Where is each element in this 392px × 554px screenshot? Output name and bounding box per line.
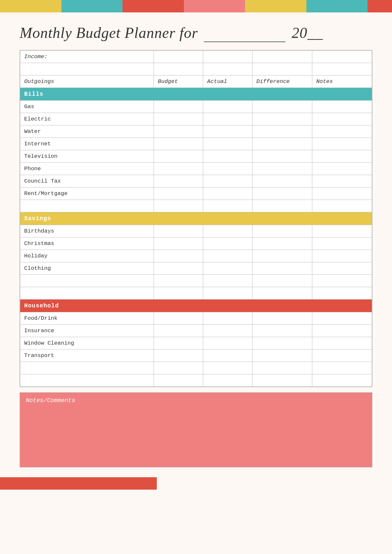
bills-gas-diff — [252, 101, 312, 113]
title-text: Monthly Budget Planner for — [20, 24, 198, 41]
income-row: Income: — [20, 51, 372, 63]
bills-gas-actual — [203, 101, 253, 113]
top-bar-red-small — [368, 0, 392, 12]
empty-row-2 — [20, 200, 372, 212]
savings-clothing-label: Clothing — [20, 262, 154, 275]
savings-clothing-row: Clothing — [20, 262, 372, 275]
income-diff — [252, 51, 312, 63]
income-notes — [312, 51, 372, 63]
top-bar-teal-1 — [61, 0, 123, 12]
title-area: Monthly Budget Planner for 20__ — [0, 12, 392, 50]
bot-bar-red-small — [0, 477, 157, 490]
savings-holiday-row: Holiday — [20, 250, 372, 262]
outgoings-col3: Difference — [252, 75, 312, 88]
bills-rent-mortgage-row: Rent/Mortgage — [20, 187, 372, 200]
bills-gas-budget — [154, 101, 203, 113]
savings-christmas-label: Christmas — [20, 237, 154, 250]
bills-phone-row: Phone — [20, 163, 372, 175]
bills-rent-mortgage-label: Rent/Mortgage — [20, 187, 154, 200]
bills-water-row: Water — [20, 125, 372, 138]
household-window-cleaning-row: Window Cleaning — [20, 337, 372, 350]
title-year: 20__ — [292, 24, 323, 41]
savings-holiday-label: Holiday — [20, 250, 154, 262]
income-label: Income: — [20, 51, 154, 63]
budget-table: Income: Outgoings Budget Actual Differen… — [20, 50, 372, 387]
bills-gas-row: Gas — [20, 101, 372, 113]
bills-header-label: Bills — [20, 88, 372, 101]
bills-internet-row: Internet — [20, 138, 372, 150]
title-name-line — [204, 24, 286, 42]
empty-row-4 — [20, 287, 372, 300]
bills-television-row: Television — [20, 150, 372, 163]
outgoings-col1: Budget — [154, 75, 203, 88]
bills-electric-label: Electric — [20, 113, 154, 125]
bills-television-label: Television — [20, 150, 154, 163]
household-window-cleaning-label: Window Cleaning — [20, 337, 154, 350]
outgoings-col4: Notes — [312, 75, 372, 88]
page: Monthly Budget Planner for 20__ Income: — [0, 0, 392, 554]
savings-birthdays-label: Birthdays — [20, 225, 154, 237]
bills-council-tax-label: Council Tax — [20, 175, 154, 187]
top-bar-teal-2 — [306, 0, 368, 12]
top-bar-red-1 — [122, 0, 184, 12]
empty-row-1 — [20, 63, 372, 75]
empty-row-5 — [20, 362, 372, 374]
household-header-row: Household — [20, 300, 372, 312]
household-food-drink-label: Food/Drink — [20, 312, 154, 325]
income-budget — [154, 51, 203, 63]
bills-council-tax-row: Council Tax — [20, 175, 372, 187]
income-actual — [203, 51, 253, 63]
outgoings-col0: Outgoings — [20, 75, 154, 88]
top-bar-pink-1 — [184, 0, 245, 12]
bills-internet-label: Internet — [20, 138, 154, 150]
household-transport-label: Transport — [20, 350, 154, 362]
household-insurance-label: Insurance — [20, 325, 154, 337]
bills-gas-notes — [312, 101, 372, 113]
savings-header-label: Savings — [20, 212, 372, 225]
savings-birthdays-row: Birthdays — [20, 225, 372, 237]
household-insurance-row: Insurance — [20, 325, 372, 337]
notes-label: Notes/Comments — [26, 397, 366, 404]
bills-electric-row: Electric — [20, 113, 372, 125]
bottom-color-bar — [0, 477, 392, 490]
budget-table-container: Income: Outgoings Budget Actual Differen… — [20, 50, 372, 387]
empty-row-6 — [20, 374, 372, 387]
bills-phone-label: Phone — [20, 163, 154, 175]
page-title: Monthly Budget Planner for 20__ — [20, 24, 372, 42]
bills-header-row: Bills — [20, 88, 372, 101]
household-header-label: Household — [20, 300, 372, 312]
outgoings-col2: Actual — [203, 75, 253, 88]
notes-content — [26, 407, 366, 463]
top-bar-yellow-1 — [0, 0, 61, 12]
bills-water-label: Water — [20, 125, 154, 138]
household-food-drink-row: Food/Drink — [20, 312, 372, 325]
notes-section: Notes/Comments — [20, 392, 372, 467]
outgoings-header-row: Outgoings Budget Actual Difference Notes — [20, 75, 372, 88]
savings-header-row: Savings — [20, 212, 372, 225]
household-transport-row: Transport — [20, 350, 372, 362]
savings-christmas-row: Christmas — [20, 237, 372, 250]
top-bar-yellow-2 — [245, 0, 306, 12]
bills-gas-label: Gas — [20, 101, 154, 113]
top-color-bar — [0, 0, 392, 12]
empty-row-3 — [20, 275, 372, 287]
